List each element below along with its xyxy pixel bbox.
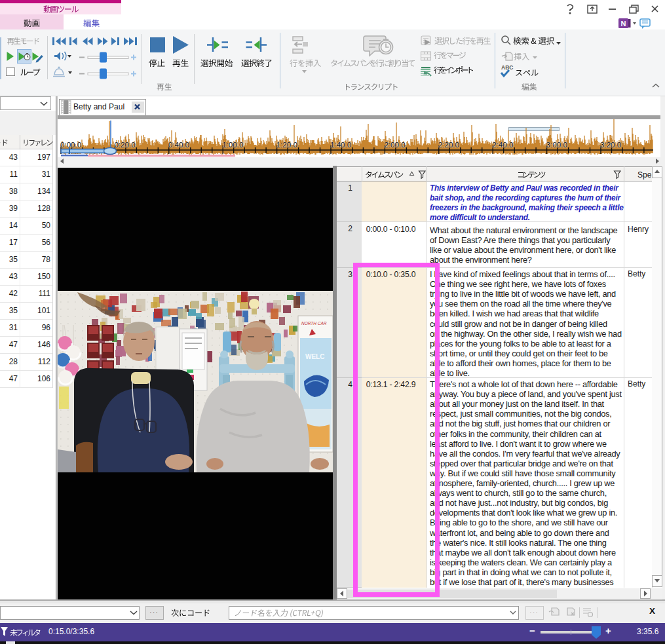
svg-text:WELC: WELC (305, 353, 324, 360)
svg-text:NORTH CAR: NORTH CAR (301, 321, 327, 326)
